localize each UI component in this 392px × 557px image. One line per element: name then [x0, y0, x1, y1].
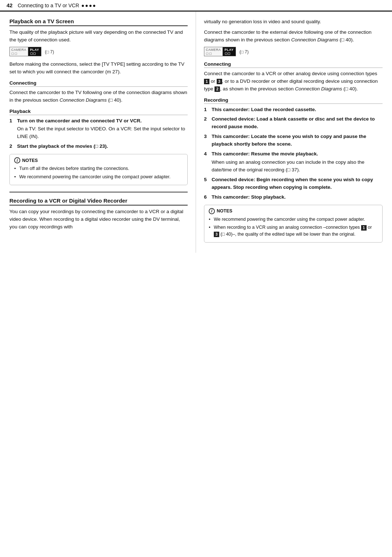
- rec-step-text-6: This camcorder: Stop playback.: [212, 194, 383, 201]
- notes-box-right: i NOTES We recommend powering the camcor…: [204, 205, 383, 243]
- camera-label-right: CAMERA▢▢: [204, 47, 223, 56]
- playback-tv-heading: Playback on a TV Screen: [9, 18, 188, 26]
- recording-vcr-section: Recording to a VCR or Digital Video Reco…: [9, 198, 188, 231]
- play-label-right: PLAY▢▢: [223, 47, 236, 56]
- rec-step-text-3: This camcorder: Locate the scene you wis…: [212, 133, 383, 148]
- recording-step-1: 1 This camcorder: Load the recorded cass…: [204, 106, 383, 114]
- left-column: Playback on a TV Screen The quality of t…: [7, 12, 196, 253]
- playback-steps: 1 Turn on the camcorder and the connecte…: [9, 117, 188, 151]
- rec-step-text-2: Connected device: Load a blank cassette …: [212, 115, 383, 131]
- conn-type-2: 2: [215, 86, 220, 92]
- mode-ref-right: (□ 7): [240, 49, 249, 54]
- notes-label-left: NOTES: [22, 158, 38, 163]
- notes-item-right-1: We recommend powering the camcorder usin…: [209, 216, 378, 223]
- play-label: PLAY▢▢: [28, 47, 41, 56]
- page: 42 Connecting to a TV or VCR ●●●● Playba…: [0, 0, 392, 557]
- recording-step-5: 5 Connected device: Begin recording when…: [204, 176, 383, 191]
- recording-subsection: Recording 1 This camcorder: Load the rec…: [204, 97, 383, 201]
- mode-indicator-row-right: CAMERA▢▢ PLAY▢▢ (□ 7): [204, 47, 383, 57]
- recording-step-4: 4 This camcorder: Resume the movie playb…: [204, 150, 383, 174]
- recording-vcr-continued: virtually no generation loss in video an…: [204, 18, 383, 57]
- camera-mode-indicator: CAMERA▢▢ PLAY▢▢: [9, 47, 41, 56]
- page-number: 42: [7, 2, 13, 8]
- playback-step-1: 1 Turn on the camcorder and the connecte…: [9, 117, 188, 141]
- rec-step-num-6: 6: [204, 194, 209, 201]
- playback-heading: Playback: [9, 109, 188, 115]
- notes-icon-left: i: [14, 157, 20, 163]
- playback-subsection: Playback 1 Turn on the camcorder and the…: [9, 109, 188, 151]
- rec-step-num-4: 4: [204, 150, 209, 174]
- notes-label-right: NOTES: [217, 208, 232, 214]
- notes-item-1: Turn off all the devices before starting…: [14, 165, 183, 172]
- mode-ref-left: (□ 7): [45, 49, 54, 54]
- right-column: virtually no generation loss in video an…: [196, 12, 385, 253]
- rec-step-num-3: 3: [204, 133, 209, 148]
- recording-step-2: 2 Connected device: Load a blank cassett…: [204, 115, 383, 131]
- rec-step-text-1: This camcorder: Load the recorded casset…: [212, 106, 383, 114]
- step-num-1: 1: [9, 117, 15, 141]
- recording-vcr-cont1: virtually no generation loss in video an…: [204, 18, 383, 26]
- mode-indicator-row: CAMERA▢▢ PLAY▢▢ (□ 7): [9, 47, 188, 57]
- page-header: 42 Connecting to a TV or VCR ●●●●: [0, 0, 392, 12]
- recording-step-3: 3 This camcorder: Locate the scene you w…: [204, 133, 383, 148]
- connecting-heading-left: Connecting: [9, 80, 188, 87]
- recording-vcr-intro: You can copy your recordings by connecti…: [9, 208, 188, 231]
- connecting-subsection-right: Connecting Connect the camcorder to a VC…: [204, 61, 383, 93]
- page-title: Connecting to a TV or VCR: [18, 3, 79, 8]
- playback-tv-before: Before making the connections, select th…: [9, 61, 188, 76]
- recording-steps: 1 This camcorder: Load the recorded cass…: [204, 106, 383, 201]
- connecting-heading-right: Connecting: [204, 61, 383, 68]
- rec-step-text-4: This camcorder: Resume the movie playbac…: [212, 150, 383, 174]
- recording-vcr-heading: Recording to a VCR or Digital Video Reco…: [9, 198, 188, 206]
- conn-type-1: 1: [204, 79, 209, 84]
- header-dots: ●●●●: [79, 3, 97, 8]
- conn-type-note-3: 3: [214, 232, 219, 237]
- notes-box-left: i NOTES Turn off all the devices before …: [9, 154, 188, 185]
- notes-title-right: i NOTES: [209, 208, 378, 214]
- recording-heading: Recording: [204, 97, 383, 104]
- step-text-2: Start the playback of the movies (□ 23).: [17, 143, 188, 150]
- step-text-1: Turn on the camcorder and the connected …: [17, 117, 188, 141]
- rec-step-num-5: 5: [204, 176, 209, 191]
- connecting-text-left: Connect the camcorder to the TV followin…: [9, 89, 188, 104]
- playback-step-2: 2 Start the playback of the movies (□ 23…: [9, 143, 188, 150]
- step-num-2: 2: [9, 143, 15, 150]
- rec-step-text-5: Connected device: Begin recording when t…: [212, 176, 383, 191]
- rec-step-num-2: 2: [204, 115, 209, 131]
- notes-title-left: i NOTES: [14, 157, 183, 163]
- recording-vcr-cont2: Connect the camcorder to the external de…: [204, 29, 383, 44]
- section-break-left: [9, 192, 188, 192]
- conn-type-3: 3: [217, 79, 222, 84]
- recording-step-6: 6 This camcorder: Stop playback.: [204, 194, 383, 201]
- conn-type-note-1: 1: [361, 225, 367, 231]
- connecting-subsection-left: Connecting Connect the camcorder to the …: [9, 80, 188, 104]
- main-content: Playback on a TV Screen The quality of t…: [0, 12, 392, 253]
- notes-item-right-2: When recording to a VCR using an analog …: [209, 224, 378, 238]
- playback-tv-intro: The quality of the playback picture will…: [9, 29, 188, 44]
- notes-icon-right: i: [209, 208, 215, 214]
- notes-item-2: We recommend powering the camcorder usin…: [14, 174, 183, 180]
- camera-label: CAMERA▢▢: [10, 47, 28, 56]
- camera-mode-indicator-right: CAMERA▢▢ PLAY▢▢: [204, 47, 236, 56]
- rec-step-num-1: 1: [204, 106, 209, 114]
- connecting-text-right: Connect the camcorder to a VCR or other …: [204, 70, 383, 93]
- playback-tv-section: Playback on a TV Screen The quality of t…: [9, 18, 188, 185]
